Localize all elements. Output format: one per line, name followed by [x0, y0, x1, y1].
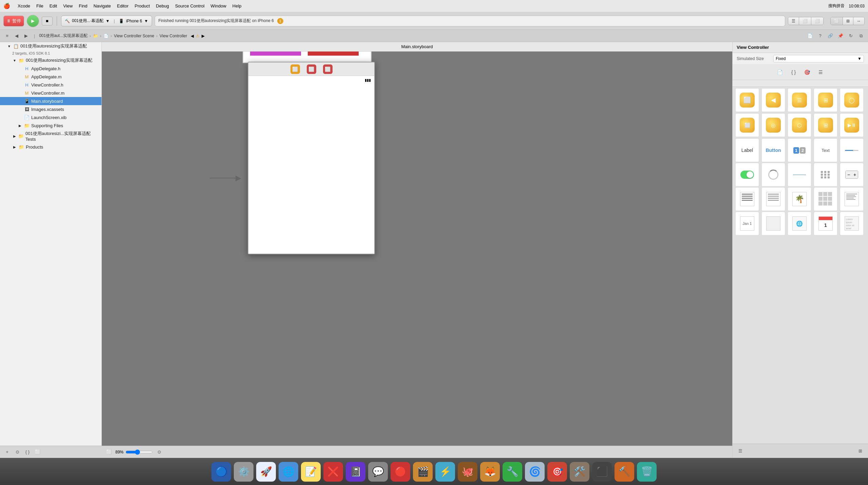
identity-inspector-icon[interactable]: 🎯 [803, 67, 812, 77]
standard-editor[interactable]: ⬜ [831, 17, 843, 25]
list-view-icon[interactable]: ☰ [737, 447, 744, 455]
stop-button[interactable]: ■ [42, 17, 53, 25]
widget-collectionview[interactable] [814, 187, 837, 211]
widget-scrollview[interactable] [761, 212, 785, 235]
menu-help[interactable]: Help [232, 3, 242, 8]
menu-debug[interactable]: Debug [156, 3, 169, 8]
widget-table-ctrl[interactable]: ☰ [788, 88, 811, 112]
dock-trash[interactable]: 🗑️ [637, 462, 657, 482]
sidebar-project-root[interactable]: ▼ 📋 001使用autoresizing实现屏幕适配 [0, 42, 101, 50]
vc-icon-orange[interactable]: ⬜ [290, 64, 300, 74]
split-icon[interactable]: ⧉ [857, 32, 865, 40]
menu-view[interactable]: View [63, 3, 73, 8]
widget-text-field[interactable]: Text [814, 138, 837, 162]
widget-stepper[interactable]: − + [840, 163, 864, 187]
dock-finder[interactable]: 🔵 [211, 462, 231, 482]
dock-app4[interactable]: 🐙 [458, 462, 477, 482]
menu-find[interactable]: Find [79, 3, 87, 8]
widget-datepicker[interactable]: Jan 1 [735, 212, 759, 235]
scheme-selector[interactable]: 🔨 001使用...·幕适配 ▼ | 📱 iPhone 6 ▼ [61, 16, 152, 26]
canvas-area[interactable]: Main.storyboard ▶ [102, 42, 732, 458]
filter-icon[interactable]: ⊙ [14, 448, 21, 456]
widget-page-ctrl[interactable] [814, 163, 837, 187]
pause-button[interactable]: ⏸ 暂停 [3, 16, 24, 26]
menu-navigate[interactable]: Navigate [93, 3, 111, 8]
widget-button[interactable]: Button [761, 138, 785, 162]
sidebar-tests-group[interactable]: ▶ 📁 001使用autoresizi...实现屏幕适配Tests [0, 130, 101, 143]
back-button[interactable]: ◀ [13, 32, 20, 40]
dock-app10[interactable]: ⬛ [592, 462, 612, 482]
widget-segment[interactable]: 1 2 [788, 138, 811, 162]
widget-textview[interactable] [840, 187, 864, 211]
sidebar-products[interactable]: ▶ 📁 Products [0, 143, 101, 151]
sidebar-appdelegate-m[interactable]: M AppDelegate.m [0, 73, 101, 81]
widget-scenekit[interactable]: ⬡ [788, 113, 811, 137]
inspector-toggle[interactable]: ⬜ [811, 17, 823, 25]
version-editor[interactable]: ↔ [853, 17, 864, 25]
link-icon[interactable]: 🔗 [827, 32, 834, 40]
apple-menu[interactable]: 🍎 [3, 3, 10, 9]
widget-activity[interactable] [761, 163, 785, 187]
dock-app5[interactable]: 🦊 [480, 462, 500, 482]
attributes-inspector-icon[interactable]: ☰ [816, 67, 826, 77]
sidebar-launchscreen[interactable]: 📄 LaunchScreen.xib [0, 113, 101, 121]
sidebar-group[interactable]: ▼ 📁 001使用autoresizing实现屏幕适配 [0, 56, 101, 64]
dock-app1[interactable]: 🔴 [391, 462, 410, 482]
dock-terminal[interactable]: 💬 [368, 462, 388, 482]
quick-help-icon[interactable]: { } [789, 67, 798, 77]
sidebar-viewcontroller-m[interactable]: M ViewController.m [0, 89, 101, 97]
refresh-icon[interactable]: ↻ [847, 32, 854, 40]
navigator-toggle[interactable]: ☰ [788, 17, 799, 25]
dock-app7[interactable]: 🌀 [525, 462, 545, 482]
dock-launchpad[interactable]: 🚀 [256, 462, 276, 482]
run-button[interactable]: ▶ [27, 15, 39, 27]
code-icon[interactable]: { } [24, 448, 31, 456]
sidebar-supporting-files[interactable]: ▶ 📁 Supporting Files [0, 121, 101, 130]
menu-source-control[interactable]: Source Control [175, 3, 205, 8]
dock-app8[interactable]: 🎯 [547, 462, 567, 482]
breadcrumb-controller[interactable]: View Controller [159, 34, 187, 38]
widget-lorem[interactable]: Lorem ipsum dolor sit amet [840, 212, 864, 235]
menu-product[interactable]: Product [135, 3, 150, 8]
file-inspector-icon[interactable]: 📄 [775, 67, 785, 77]
widget-label[interactable]: Label [735, 138, 759, 162]
widget-glkit[interactable]: ◎ [761, 113, 785, 137]
dock-app11[interactable]: 🔨 [615, 462, 634, 482]
dock-app6[interactable]: 🔧 [503, 462, 522, 482]
breadcrumb-nav-fwd[interactable]: ▶ [202, 34, 205, 38]
widget-avkit[interactable]: ▶⏸ [840, 113, 864, 137]
editor-toggle-group[interactable]: ⬜ ⊞ ↔ [830, 17, 865, 25]
breadcrumb-project[interactable]: 001使用aut...实现屏幕适配 [39, 33, 88, 39]
widget-view[interactable]: ⬜ [735, 88, 759, 112]
widget-split[interactable]: ◯ [840, 88, 864, 112]
menu-xcode[interactable]: Xcode [18, 3, 30, 8]
sidebar-viewcontroller-h[interactable]: H ViewController.h [0, 81, 101, 89]
vc-icon-red[interactable]: ⬜ [307, 64, 316, 74]
dock-safari[interactable]: 🌐 [279, 462, 298, 482]
dock-onenote[interactable]: 📓 [346, 462, 365, 482]
breadcrumb-nav-back[interactable]: ◀ [191, 34, 194, 38]
sidebar-main-storyboard[interactable]: 📱 Main.storyboard [0, 97, 101, 105]
canvas-layout-icon[interactable]: ⬜ [105, 448, 113, 456]
forward-button[interactable]: ▶ [22, 32, 30, 40]
widget-collection-ctrl[interactable]: ⊞ [814, 113, 837, 137]
widget-tableview2[interactable] [761, 187, 785, 211]
menu-editor[interactable]: Editor [117, 3, 129, 8]
widget-calendar[interactable]: 1 [814, 212, 837, 235]
add-file-icon[interactable]: 📄 [806, 32, 814, 40]
sidebar-images-xcassets[interactable]: 🖼 Images.xcassets [0, 105, 101, 113]
layout-icon[interactable]: ⬜ [34, 448, 41, 456]
pin-icon[interactable]: 📌 [837, 32, 844, 40]
simulated-size-value[interactable]: Fixed ▼ [773, 55, 864, 62]
widget-nav[interactable]: ◀ [761, 88, 785, 112]
navigator-panel-icon[interactable]: ≡ [3, 32, 11, 40]
widget-divider[interactable] [788, 163, 811, 187]
widget-webview[interactable]: 🌐 [788, 212, 811, 235]
menu-file[interactable]: File [36, 3, 43, 8]
assistant-editor[interactable]: ⊞ [843, 17, 853, 25]
dock-app3[interactable]: ⚡ [435, 462, 455, 482]
menu-edit[interactable]: Edit [50, 3, 57, 8]
zoom-fit-icon[interactable]: ⊙ [155, 448, 163, 456]
help-icon[interactable]: ? [816, 32, 824, 40]
sidebar-appdelegate-h[interactable]: H AppDelegate.h [0, 64, 101, 73]
